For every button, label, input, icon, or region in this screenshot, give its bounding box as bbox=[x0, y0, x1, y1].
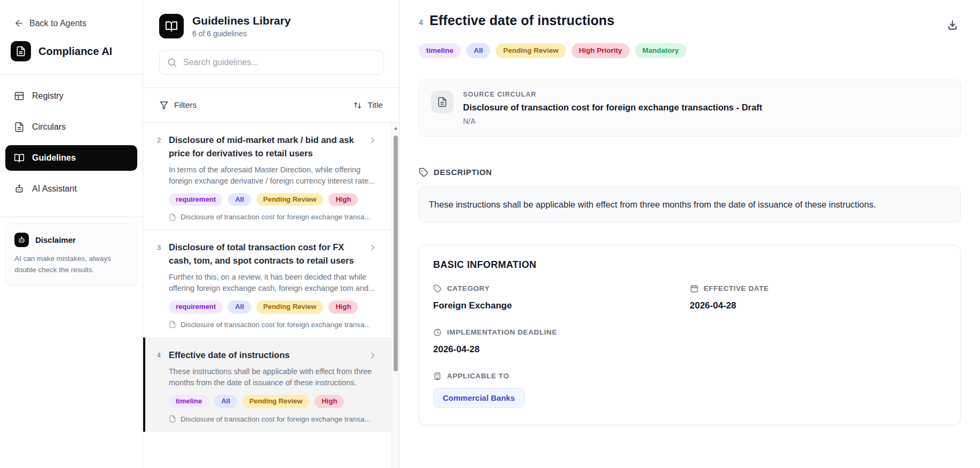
tag-chip: All bbox=[466, 43, 490, 58]
item-source-title: Disclosure of transaction cost for forei… bbox=[181, 321, 371, 329]
item-source-row: Disclosure of transaction cost for forei… bbox=[169, 213, 378, 221]
back-to-agents-link[interactable]: Back to Agents bbox=[0, 0, 143, 28]
disclaimer-title: Disclaimer bbox=[35, 235, 76, 244]
guideline-list-item-2[interactable]: 2 Disclosure of mid-market mark / bid an… bbox=[143, 123, 399, 229]
list-scrollbar[interactable]: ▲ bbox=[391, 123, 399, 468]
file-icon bbox=[431, 91, 453, 113]
item-title: Disclosure of total transaction cost for… bbox=[169, 241, 363, 267]
sidebar-item-circulars[interactable]: Circulars bbox=[5, 114, 137, 140]
field-category: CATEGORY Foreign Exchange bbox=[433, 284, 690, 311]
item-tags: requirement All Pending Review High bbox=[169, 300, 378, 314]
file-icon bbox=[169, 415, 176, 423]
filters-row: Filters Title bbox=[143, 88, 399, 122]
applicable-to-chip[interactable]: Commercial Banks bbox=[433, 388, 524, 408]
basic-information-heading: BASIC INFORMATION bbox=[433, 259, 946, 271]
item-source-row: Disclosure of transaction cost for forei… bbox=[169, 321, 378, 329]
chevron-right-icon[interactable] bbox=[368, 136, 378, 145]
guideline-list-item-4-selected[interactable]: 4 Effective date of instructions These i… bbox=[143, 337, 399, 432]
disclaimer-header: Disclaimer bbox=[14, 233, 128, 247]
item-header: 3 Disclosure of total transaction cost f… bbox=[157, 241, 378, 267]
sidebar-item-ai-assistant[interactable]: AI Assistant bbox=[5, 176, 137, 202]
scrollbar-up-arrow[interactable]: ▲ bbox=[393, 125, 398, 131]
field-label-row: APPLICABLE TO bbox=[433, 372, 690, 380]
sidebar-item-label: Registry bbox=[32, 91, 64, 101]
item-title: Effective date of instructions bbox=[169, 348, 363, 362]
tag-chip: Mandatory bbox=[635, 43, 686, 58]
bank-building-icon bbox=[433, 372, 442, 380]
clock-icon bbox=[433, 328, 442, 337]
applicable-to-label: APPLICABLE TO bbox=[447, 372, 509, 380]
field-label-row: IMPLEMENTATION DEADLINE bbox=[433, 328, 690, 337]
filters-label: Filters bbox=[174, 100, 197, 110]
tag-chip: All bbox=[228, 300, 251, 314]
source-circular-card[interactable]: SOURCE CIRCULAR Disclosure of transactio… bbox=[419, 80, 961, 137]
sort-label: Title bbox=[367, 100, 383, 110]
library-count: 6 of 6 guidelines bbox=[192, 29, 291, 38]
source-circular-label: SOURCE CIRCULAR bbox=[463, 91, 762, 98]
tag-icon bbox=[433, 284, 442, 293]
item-source-row: Disclosure of transaction cost for forei… bbox=[169, 415, 378, 423]
item-tags: requirement All Pending Review High bbox=[169, 193, 378, 207]
description-body: These instructions shall be applicable w… bbox=[429, 200, 876, 209]
item-header: 4 Effective date of instructions bbox=[157, 348, 378, 362]
grid-spacer bbox=[690, 328, 947, 355]
item-description: These instructions shall be applicable w… bbox=[169, 366, 378, 388]
detail-header: 4 Effective date of instructions bbox=[419, 13, 961, 35]
effective-date-label: EFFECTIVE DATE bbox=[704, 284, 769, 292]
chevron-right-icon[interactable] bbox=[368, 243, 378, 252]
scrollbar-thumb[interactable] bbox=[394, 136, 398, 371]
page-title: Effective date of instructions bbox=[429, 13, 614, 28]
field-effective-date: EFFECTIVE DATE 2026-04-28 bbox=[690, 284, 947, 311]
source-circular-sub: N/A bbox=[463, 117, 762, 125]
arrow-left-icon bbox=[14, 18, 24, 28]
book-open-icon bbox=[14, 153, 25, 163]
search-input[interactable] bbox=[159, 50, 384, 75]
detail-tags: timeline All Pending Review High Priorit… bbox=[419, 43, 961, 58]
download-button[interactable] bbox=[944, 17, 961, 35]
compliance-ai-logo-icon bbox=[11, 41, 31, 61]
chevron-right-icon[interactable] bbox=[368, 351, 378, 360]
sidebar-item-guidelines[interactable]: Guidelines bbox=[5, 145, 137, 171]
tag-chip: High bbox=[315, 395, 344, 408]
disclaimer-body: AI can make mistakes, always double chec… bbox=[14, 253, 128, 276]
tag-chip: High bbox=[328, 300, 358, 314]
description-box: These instructions shall be applicable w… bbox=[419, 187, 961, 223]
item-header: 2 Disclosure of mid-market mark / bid an… bbox=[157, 133, 378, 160]
book-open-icon bbox=[159, 14, 184, 38]
item-title: Disclosure of mid-market mark / bid and … bbox=[169, 133, 363, 160]
guidelines-list: 2 Disclosure of mid-market mark / bid an… bbox=[143, 122, 399, 468]
bot-badge-icon bbox=[14, 233, 29, 247]
library-header: Guidelines Library 6 of 6 guidelines bbox=[143, 0, 399, 38]
category-label: CATEGORY bbox=[447, 284, 490, 292]
item-description: In terms of the aforesaid Master Directi… bbox=[169, 164, 378, 187]
item-number: 2 bbox=[157, 136, 163, 144]
tag-chip: Pending Review bbox=[242, 395, 310, 408]
tag-icon bbox=[419, 168, 428, 177]
effective-date-value: 2026-04-28 bbox=[690, 300, 947, 311]
sort-button[interactable]: Title bbox=[353, 100, 383, 110]
item-number: 3 bbox=[157, 243, 163, 251]
tag-chip: All bbox=[214, 395, 237, 408]
tag-chip: Pending Review bbox=[256, 193, 324, 207]
basic-information-card: BASIC INFORMATION CATEGORY Foreign Excha… bbox=[419, 245, 961, 425]
brand-name: Compliance AI bbox=[38, 45, 112, 58]
tag-chip: High bbox=[328, 193, 358, 207]
search-icon bbox=[167, 57, 177, 68]
file-text-icon bbox=[14, 122, 25, 132]
item-number: 4 bbox=[157, 351, 163, 359]
download-icon bbox=[946, 19, 959, 31]
file-icon bbox=[169, 213, 176, 221]
sidebar-item-label: AI Assistant bbox=[32, 184, 77, 194]
source-circular-text: SOURCE CIRCULAR Disclosure of transactio… bbox=[463, 91, 762, 125]
tag-chip: requirement bbox=[169, 300, 223, 314]
sidebar-item-registry[interactable]: Registry bbox=[5, 83, 137, 109]
filters-button[interactable]: Filters bbox=[159, 100, 197, 110]
field-implementation-deadline: IMPLEMENTATION DEADLINE 2026-04-28 bbox=[433, 328, 690, 355]
guideline-list-item-3[interactable]: 3 Disclosure of total transaction cost f… bbox=[143, 229, 399, 337]
library-title: Guidelines Library bbox=[192, 14, 291, 27]
implementation-deadline-value: 2026-04-28 bbox=[433, 344, 690, 355]
sidebar: Back to Agents Compliance AI Registry Ci… bbox=[0, 0, 143, 468]
tag-chip: Pending Review bbox=[256, 300, 324, 314]
field-label-row: EFFECTIVE DATE bbox=[690, 284, 947, 293]
basic-information-grid: CATEGORY Foreign Exchange EFFECTIVE DATE… bbox=[433, 284, 946, 408]
